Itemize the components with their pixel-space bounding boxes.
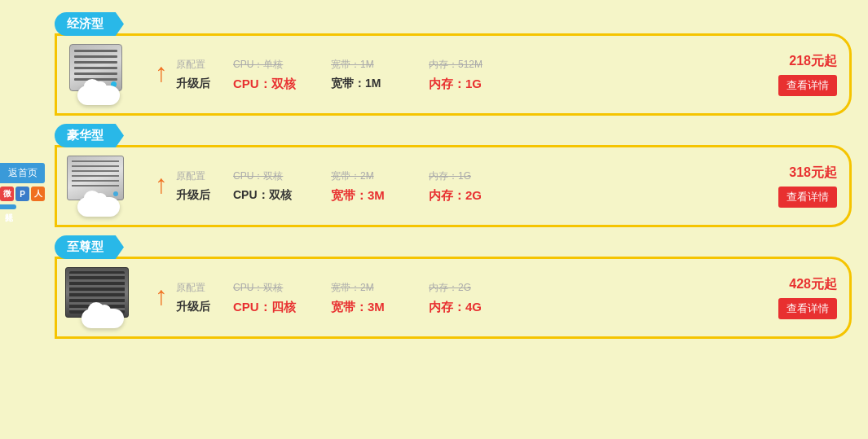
- upg-bw-luxury: 宽带：3M: [331, 188, 412, 204]
- detail-btn-luxury[interactable]: 查看详情: [778, 187, 837, 208]
- price-luxury: 318元起: [789, 165, 837, 182]
- category-label-supreme: 至尊型: [55, 235, 124, 259]
- orig-cpu-economy: CPU：单核: [233, 58, 315, 72]
- upg-label-luxury: 升级后: [176, 188, 217, 203]
- upg-bw-economy: 宽带：1M: [331, 77, 412, 91]
- upgraded-row-supreme: 升级后 CPU：四核 宽带：3M 内存：4G: [176, 300, 756, 315]
- ren-icon[interactable]: 人: [31, 187, 45, 201]
- upg-mem-economy: 内存：1G: [429, 77, 510, 92]
- upgraded-row-luxury: 升级后 CPU：双核 宽带：3M 内存：2G: [176, 188, 756, 204]
- orig-label-economy: 原配置: [176, 58, 217, 72]
- orig-cpu-supreme: CPU：双核: [233, 281, 315, 295]
- orig-label-luxury: 原配置: [176, 169, 217, 183]
- orig-row-economy: 原配置 CPU：单核 宽带：1M 内存：512M: [176, 58, 756, 72]
- card-inner-supreme: ↑ 原配置 CPU：双核 宽带：2M 内存：2G 升级后 CPU：四核 宽带：3: [65, 267, 837, 328]
- promo-label[interactable]: 积分兑好礼: [0, 204, 16, 209]
- page-container: 返首页 微 P 人 积分兑好礼 经济型: [0, 0, 868, 439]
- price-supreme: 428元起: [789, 276, 837, 293]
- category-label-economy: 经济型: [55, 12, 124, 36]
- upg-mem-supreme: 内存：4G: [429, 300, 510, 315]
- orig-bw-economy: 宽带：1M: [331, 58, 412, 72]
- orig-bw-supreme: 宽带：2M: [331, 281, 412, 295]
- card-economy: ↑ 原配置 CPU：单核 宽带：1M 内存：512M 升级后: [55, 33, 852, 116]
- card-inner-luxury: ↑ 原配置 CPU：双核 宽带：2M 内存：1G 升级后 CPU：双核 宽带：3: [65, 156, 837, 217]
- card-supreme: ↑ 原配置 CPU：双核 宽带：2M 内存：2G 升级后 CPU：四核 宽带：3: [55, 257, 852, 339]
- upg-mem-luxury: 内存：2G: [429, 188, 510, 204]
- price-area-economy: 218元起 查看详情: [764, 53, 837, 96]
- orig-bw-luxury: 宽带：2M: [331, 169, 412, 183]
- main-content: 经济型 ↑: [51, 8, 860, 351]
- orig-mem-economy: 内存：512M: [429, 58, 510, 72]
- orig-cpu-luxury: CPU：双核: [233, 169, 315, 183]
- upg-bw-supreme: 宽带：3M: [331, 300, 412, 315]
- section-supreme: 至尊型 ↑: [55, 235, 852, 339]
- specs-economy: 原配置 CPU：单核 宽带：1M 内存：512M 升级后 CPU：双核 宽带：1…: [176, 58, 756, 92]
- server-image-supreme: [65, 267, 147, 328]
- upgrade-arrow-economy: ↑: [155, 59, 168, 86]
- upg-cpu-luxury: CPU：双核: [233, 188, 315, 203]
- p-icon[interactable]: P: [15, 187, 29, 201]
- upg-cpu-supreme: CPU：四核: [233, 300, 315, 315]
- server-image-economy: [65, 44, 147, 105]
- specs-luxury: 原配置 CPU：双核 宽带：2M 内存：1G 升级后 CPU：双核 宽带：3M …: [176, 169, 756, 204]
- section-luxury: 豪华型 ↑: [55, 124, 852, 227]
- card-luxury: ↑ 原配置 CPU：双核 宽带：2M 内存：1G 升级后 CPU：双核 宽带：3: [55, 145, 852, 227]
- upg-label-economy: 升级后: [176, 77, 217, 91]
- server-image-luxury: [65, 156, 147, 217]
- section-economy: 经济型 ↑: [55, 12, 852, 116]
- card-inner-economy: ↑ 原配置 CPU：单核 宽带：1M 内存：512M 升级后: [65, 44, 837, 105]
- upgraded-row-economy: 升级后 CPU：双核 宽带：1M 内存：1G: [176, 77, 756, 92]
- specs-supreme: 原配置 CPU：双核 宽带：2M 内存：2G 升级后 CPU：四核 宽带：3M …: [176, 281, 756, 315]
- sidebar-icons: 微 P 人: [0, 187, 45, 201]
- detail-btn-economy[interactable]: 查看详情: [778, 75, 837, 96]
- upg-cpu-economy: CPU：双核: [233, 77, 315, 92]
- orig-mem-luxury: 内存：1G: [429, 169, 510, 183]
- sidebar: 返首页 微 P 人 积分兑好礼: [0, 163, 45, 209]
- orig-mem-supreme: 内存：2G: [429, 281, 510, 295]
- price-area-luxury: 318元起 查看详情: [764, 165, 837, 208]
- detail-btn-supreme[interactable]: 查看详情: [778, 298, 837, 319]
- price-economy: 218元起: [789, 53, 837, 70]
- price-area-supreme: 428元起 查看详情: [764, 276, 837, 319]
- upg-label-supreme: 升级后: [176, 300, 217, 314]
- orig-row-supreme: 原配置 CPU：双核 宽带：2M 内存：2G: [176, 281, 756, 295]
- orig-row-luxury: 原配置 CPU：双核 宽带：2M 内存：1G: [176, 169, 756, 183]
- orig-label-supreme: 原配置: [176, 281, 217, 295]
- sidebar-home[interactable]: 返首页: [0, 163, 45, 183]
- upgrade-arrow-supreme: ↑: [155, 283, 168, 309]
- upgrade-arrow-luxury: ↑: [155, 171, 168, 197]
- weibo-icon[interactable]: 微: [0, 187, 14, 201]
- category-label-luxury: 豪华型: [55, 124, 124, 147]
